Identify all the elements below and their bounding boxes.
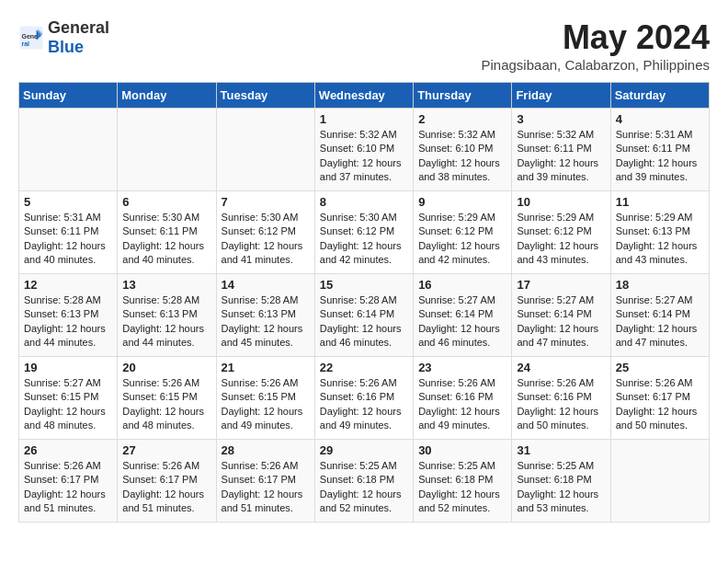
cell-content: Sunrise: 5:28 AM Sunset: 6:14 PM Dayligh… (320, 293, 408, 350)
cell-content: Sunrise: 5:28 AM Sunset: 6:13 PM Dayligh… (24, 293, 112, 350)
day-number: 6 (122, 195, 210, 209)
calendar-cell: 6Sunrise: 5:30 AM Sunset: 6:11 PM Daylig… (118, 191, 216, 274)
calendar-cell: 21Sunrise: 5:26 AM Sunset: 6:15 PM Dayli… (216, 357, 314, 440)
calendar-cell: 26Sunrise: 5:26 AM Sunset: 6:17 PM Dayli… (19, 440, 118, 523)
day-of-week-header: Thursday (414, 83, 512, 109)
calendar-cell: 8Sunrise: 5:30 AM Sunset: 6:12 PM Daylig… (314, 191, 413, 274)
day-number: 31 (517, 443, 605, 457)
day-number: 25 (616, 361, 704, 374)
day-number: 26 (24, 443, 112, 457)
calendar-cell (118, 109, 216, 191)
cell-content: Sunrise: 5:28 AM Sunset: 6:13 PM Dayligh… (122, 293, 210, 350)
calendar-cell: 3Sunrise: 5:32 AM Sunset: 6:11 PM Daylig… (512, 109, 610, 191)
calendar-cell: 28Sunrise: 5:26 AM Sunset: 6:17 PM Dayli… (216, 440, 314, 523)
calendar-cell: 10Sunrise: 5:29 AM Sunset: 6:12 PM Dayli… (512, 191, 610, 274)
day-number: 12 (24, 278, 112, 292)
cell-content: Sunrise: 5:26 AM Sunset: 6:16 PM Dayligh… (418, 376, 506, 433)
calendar-cell: 22Sunrise: 5:26 AM Sunset: 6:16 PM Dayli… (314, 357, 413, 440)
calendar-cell: 31Sunrise: 5:25 AM Sunset: 6:18 PM Dayli… (512, 440, 610, 523)
calendar-cell (610, 440, 709, 523)
day-number: 14 (222, 278, 310, 292)
day-number: 22 (320, 361, 408, 374)
svg-text:Gene: Gene (22, 33, 39, 40)
cell-content: Sunrise: 5:31 AM Sunset: 6:11 PM Dayligh… (616, 128, 704, 185)
location: Pinagsibaan, Calabarzon, Philippines (482, 57, 711, 73)
cell-content: Sunrise: 5:26 AM Sunset: 6:17 PM Dayligh… (122, 459, 210, 516)
calendar-cell: 29Sunrise: 5:25 AM Sunset: 6:18 PM Dayli… (314, 440, 413, 523)
calendar-week-row: 19Sunrise: 5:27 AM Sunset: 6:15 PM Dayli… (19, 357, 710, 440)
calendar-cell: 7Sunrise: 5:30 AM Sunset: 6:12 PM Daylig… (216, 191, 314, 274)
day-number: 18 (616, 278, 704, 292)
calendar-cell (216, 109, 314, 191)
cell-content: Sunrise: 5:27 AM Sunset: 6:14 PM Dayligh… (418, 293, 506, 350)
calendar-week-row: 1Sunrise: 5:32 AM Sunset: 6:10 PM Daylig… (19, 109, 710, 191)
calendar-cell: 23Sunrise: 5:26 AM Sunset: 6:16 PM Dayli… (414, 357, 512, 440)
calendar-cell: 2Sunrise: 5:32 AM Sunset: 6:10 PM Daylig… (414, 109, 512, 191)
month-year: May 2024 (482, 18, 711, 57)
day-number: 3 (517, 112, 605, 126)
cell-content: Sunrise: 5:26 AM Sunset: 6:17 PM Dayligh… (222, 459, 310, 516)
day-number: 15 (320, 278, 408, 292)
calendar-cell: 5Sunrise: 5:31 AM Sunset: 6:11 PM Daylig… (19, 191, 118, 274)
day-of-week-header: Friday (512, 83, 610, 109)
cell-content: Sunrise: 5:25 AM Sunset: 6:18 PM Dayligh… (418, 459, 506, 516)
calendar-cell: 4Sunrise: 5:31 AM Sunset: 6:11 PM Daylig… (610, 109, 709, 191)
logo-general-text: General (48, 18, 109, 37)
cell-content: Sunrise: 5:30 AM Sunset: 6:12 PM Dayligh… (320, 211, 408, 268)
calendar-cell: 25Sunrise: 5:26 AM Sunset: 6:17 PM Dayli… (610, 357, 709, 440)
day-number: 13 (122, 278, 210, 292)
day-number: 7 (222, 195, 310, 209)
cell-content: Sunrise: 5:30 AM Sunset: 6:12 PM Dayligh… (222, 211, 310, 268)
calendar-cell: 11Sunrise: 5:29 AM Sunset: 6:13 PM Dayli… (610, 191, 709, 274)
svg-text:ral: ral (22, 40, 30, 47)
calendar-cell: 19Sunrise: 5:27 AM Sunset: 6:15 PM Dayli… (19, 357, 118, 440)
title-area: May 2024 Pinagsibaan, Calabarzon, Philip… (482, 18, 711, 73)
day-number: 9 (418, 195, 506, 209)
calendar-cell: 20Sunrise: 5:26 AM Sunset: 6:15 PM Dayli… (118, 357, 216, 440)
cell-content: Sunrise: 5:27 AM Sunset: 6:15 PM Dayligh… (24, 376, 112, 433)
logo: Gene ral General Blue (18, 18, 109, 57)
day-number: 8 (320, 195, 408, 209)
cell-content: Sunrise: 5:32 AM Sunset: 6:10 PM Dayligh… (418, 128, 506, 185)
calendar-week-row: 5Sunrise: 5:31 AM Sunset: 6:11 PM Daylig… (19, 191, 710, 274)
cell-content: Sunrise: 5:25 AM Sunset: 6:18 PM Dayligh… (517, 459, 605, 516)
cell-content: Sunrise: 5:27 AM Sunset: 6:14 PM Dayligh… (616, 293, 704, 350)
day-number: 29 (320, 443, 408, 457)
cell-content: Sunrise: 5:26 AM Sunset: 6:16 PM Dayligh… (320, 376, 408, 433)
logo-blue-text: Blue (48, 38, 84, 56)
cell-content: Sunrise: 5:27 AM Sunset: 6:14 PM Dayligh… (517, 293, 605, 350)
cell-content: Sunrise: 5:31 AM Sunset: 6:11 PM Dayligh… (24, 211, 112, 268)
day-number: 27 (122, 443, 210, 457)
cell-content: Sunrise: 5:29 AM Sunset: 6:12 PM Dayligh… (418, 211, 506, 268)
day-number: 24 (517, 361, 605, 374)
calendar-cell: 13Sunrise: 5:28 AM Sunset: 6:13 PM Dayli… (118, 274, 216, 357)
day-of-week-header: Saturday (610, 83, 709, 109)
calendar-cell: 16Sunrise: 5:27 AM Sunset: 6:14 PM Dayli… (414, 274, 512, 357)
cell-content: Sunrise: 5:30 AM Sunset: 6:11 PM Dayligh… (122, 211, 210, 268)
day-number: 28 (222, 443, 310, 457)
calendar-week-row: 26Sunrise: 5:26 AM Sunset: 6:17 PM Dayli… (19, 440, 710, 523)
day-of-week-header: Sunday (19, 83, 118, 109)
calendar-cell: 27Sunrise: 5:26 AM Sunset: 6:17 PM Dayli… (118, 440, 216, 523)
cell-content: Sunrise: 5:26 AM Sunset: 6:16 PM Dayligh… (517, 376, 605, 433)
header: Gene ral General Blue May 2024 Pinagsiba… (18, 18, 710, 73)
day-number: 2 (418, 112, 506, 126)
calendar-cell: 17Sunrise: 5:27 AM Sunset: 6:14 PM Dayli… (512, 274, 610, 357)
day-number: 23 (418, 361, 506, 374)
cell-content: Sunrise: 5:25 AM Sunset: 6:18 PM Dayligh… (320, 459, 408, 516)
day-number: 5 (24, 195, 112, 209)
day-number: 30 (418, 443, 506, 457)
day-of-week-header: Tuesday (216, 83, 314, 109)
calendar-table: SundayMondayTuesdayWednesdayThursdayFrid… (18, 82, 710, 523)
calendar-cell: 1Sunrise: 5:32 AM Sunset: 6:10 PM Daylig… (314, 109, 413, 191)
day-number: 10 (517, 195, 605, 209)
calendar-cell (19, 109, 118, 191)
logo-icon: Gene ral (18, 25, 44, 51)
day-number: 21 (222, 361, 310, 374)
day-number: 20 (122, 361, 210, 374)
cell-content: Sunrise: 5:32 AM Sunset: 6:11 PM Dayligh… (517, 128, 605, 185)
day-of-week-header: Monday (118, 83, 216, 109)
calendar-cell: 12Sunrise: 5:28 AM Sunset: 6:13 PM Dayli… (19, 274, 118, 357)
day-number: 4 (616, 112, 704, 126)
cell-content: Sunrise: 5:32 AM Sunset: 6:10 PM Dayligh… (320, 128, 408, 185)
